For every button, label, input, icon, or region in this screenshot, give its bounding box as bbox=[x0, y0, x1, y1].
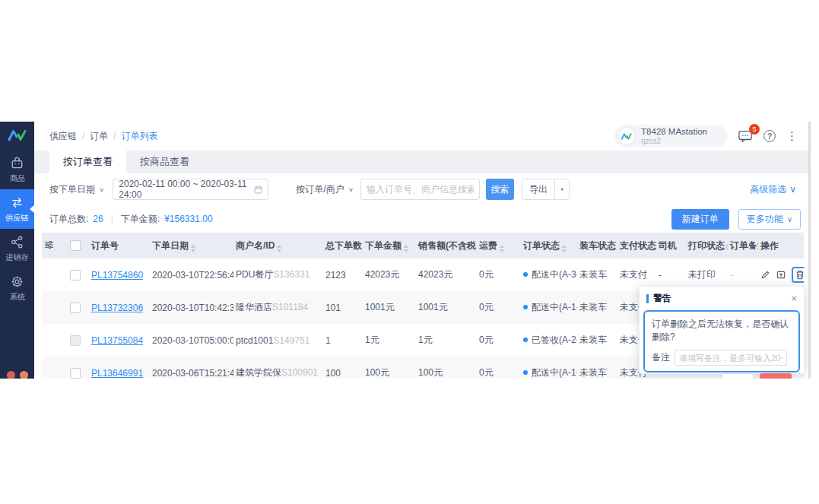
col-order-no: 订单号 bbox=[89, 233, 150, 258]
copy-order-button[interactable] bbox=[776, 270, 786, 280]
more-menu-button[interactable]: ⋮ bbox=[786, 129, 798, 143]
sort-icon[interactable] bbox=[404, 245, 408, 252]
select-all-checkbox[interactable] bbox=[70, 240, 81, 251]
sidebar-item-inventory[interactable]: 进销存 bbox=[0, 229, 34, 268]
order-link[interactable]: PL13754860 bbox=[91, 270, 143, 281]
dialog-body: 订单删除之后无法恢复，是否确认删除? 备注 取消 删除 bbox=[643, 310, 800, 372]
chevron-down-icon: ∨ bbox=[348, 186, 354, 193]
sort-icon[interactable] bbox=[500, 245, 504, 252]
col-freight[interactable]: 运费 bbox=[477, 233, 521, 258]
order-status-cell: 配送中(A-1-1) bbox=[521, 357, 577, 379]
col-sales-amount[interactable]: 销售额(不含税、运) bbox=[416, 233, 477, 258]
export-button[interactable]: 导出 bbox=[522, 179, 554, 199]
col-order-status[interactable]: 订单状态 bbox=[521, 233, 577, 258]
sort-icon[interactable] bbox=[562, 245, 567, 252]
scrollbar[interactable] bbox=[808, 122, 811, 379]
total-count-label: 订单总数: bbox=[49, 213, 88, 226]
sidebar-item-goods[interactable]: 商品 bbox=[0, 150, 34, 189]
col-label: 商户名/ID bbox=[236, 240, 275, 251]
col-label: 订单状态 bbox=[523, 240, 560, 251]
delete-focus-ring bbox=[792, 267, 804, 283]
exchange-arrows-icon bbox=[10, 195, 24, 210]
brand-logo bbox=[0, 122, 34, 142]
breadcrumb-item[interactable]: 供应链 bbox=[49, 130, 77, 143]
search-input[interactable] bbox=[367, 184, 474, 195]
order-link[interactable]: PL13646991 bbox=[91, 368, 143, 379]
dialog-title: 警告 bbox=[653, 292, 791, 305]
row-spacer bbox=[42, 324, 68, 357]
select-all-header bbox=[68, 233, 89, 258]
date-type-select[interactable]: 按下单日期 ∨ bbox=[49, 183, 104, 196]
amount-value: ¥156331.00 bbox=[164, 214, 212, 224]
breadcrumb-current: 订单列表 bbox=[122, 130, 158, 143]
more-functions-button[interactable]: 更多功能 ∨ bbox=[738, 209, 801, 230]
delete-order-button[interactable] bbox=[795, 270, 804, 280]
load-status-cell: 未装车 bbox=[577, 357, 617, 379]
row-checkbox[interactable] bbox=[70, 303, 81, 313]
col-merchant[interactable]: 商户名/ID bbox=[233, 233, 323, 258]
row-select-cell bbox=[68, 258, 89, 291]
close-icon[interactable]: × bbox=[791, 293, 797, 303]
sort-icon[interactable] bbox=[277, 245, 281, 252]
row-checkbox[interactable] bbox=[70, 368, 81, 379]
user-menu[interactable]: T8428 MAstation qzcs2 bbox=[614, 125, 727, 147]
table-header-row: 订单号 下单日期 商户名/ID 总下单数 下单金额 销售额(不含税、运) 运费 … bbox=[42, 233, 804, 258]
sidebar: 商品 供应链 进销存 bbox=[0, 122, 34, 379]
date-range-value: 2020-02-11 00:00 ~ 2020-03-11 24:00 bbox=[119, 179, 254, 200]
total-count-cell: 1 bbox=[323, 324, 363, 357]
sidebar-item-supply-chain[interactable]: 供应链 bbox=[0, 189, 34, 229]
row-checkbox[interactable] bbox=[70, 270, 81, 281]
order-status-cell: 已签收(A-2-1) bbox=[521, 324, 577, 357]
search-type-select[interactable]: 按订单/商户 ∨ bbox=[296, 183, 354, 196]
filter-sliders-icon[interactable] bbox=[44, 240, 54, 249]
note-label: 备注 bbox=[652, 351, 670, 364]
calendar-icon bbox=[254, 185, 262, 195]
messages-button[interactable]: 5 bbox=[738, 129, 753, 143]
tab-by-product[interactable]: 按商品查看 bbox=[126, 151, 203, 173]
export-dropdown-button[interactable]: ▼ bbox=[554, 179, 569, 199]
help-button[interactable]: ? bbox=[763, 130, 776, 142]
sidebar-item-system[interactable]: 系统 bbox=[0, 268, 34, 308]
summary-actions: 新建订单 更多功能 ∨ bbox=[671, 209, 801, 230]
row-spacer bbox=[42, 357, 68, 379]
row-select-cell bbox=[68, 291, 89, 324]
cancel-button[interactable]: 取消 bbox=[722, 373, 754, 379]
order-summary: 订单总数: 26 | 下单金额: ¥156331.00 bbox=[49, 213, 213, 226]
load-status-cell: 未装车 bbox=[577, 291, 617, 324]
order-link[interactable]: PL13755084 bbox=[91, 335, 143, 346]
summary-bar: 订单总数: 26 | 下单金额: ¥156331.00 新建订单 更多功能 ∨ bbox=[34, 205, 808, 233]
merchant-id: S101184 bbox=[272, 302, 308, 312]
col-order-date[interactable]: 下单日期 bbox=[150, 233, 233, 258]
row-select-cell bbox=[68, 324, 89, 357]
search-button[interactable]: 搜索 bbox=[486, 179, 514, 200]
col-order-amount[interactable]: 下单金额 bbox=[363, 233, 416, 258]
sidebar-footer-avatar bbox=[7, 371, 28, 379]
status-dot-icon bbox=[523, 305, 528, 309]
help-circle-icon[interactable]: ? bbox=[726, 242, 728, 252]
screenshot-canvas: 商品 供应链 进销存 bbox=[0, 0, 819, 504]
date-range-input[interactable]: 2020-02-11 00:00 ~ 2020-03-11 24:00 bbox=[113, 179, 268, 200]
confirm-delete-button[interactable]: 删除 bbox=[760, 373, 792, 379]
caret-down-icon: ▼ bbox=[560, 187, 563, 192]
sidebar-item-label: 商品 bbox=[9, 173, 24, 183]
date-type-label: 按下单日期 bbox=[49, 183, 95, 196]
order-amount-cell: 42023元 bbox=[363, 258, 416, 291]
order-amount-cell: 1001元 bbox=[363, 291, 416, 324]
order-link[interactable]: PL13732306 bbox=[91, 303, 143, 313]
advanced-filter-toggle[interactable]: 高级筛选 ∨ bbox=[750, 183, 796, 196]
col-label: 打印状态 bbox=[688, 240, 725, 251]
sort-icon[interactable] bbox=[191, 245, 195, 252]
tab-by-order[interactable]: 按订单查看 bbox=[49, 151, 126, 173]
order-date-cell: 2020-03-10T10:42:36 bbox=[150, 291, 233, 324]
load-status-cell: 未装车 bbox=[577, 324, 617, 357]
new-order-button[interactable]: 新建订单 bbox=[671, 209, 729, 230]
col-order-remark: 订单备注 bbox=[728, 233, 758, 258]
status-dot-icon bbox=[523, 338, 528, 342]
status-text: 配送中(A-1-1) bbox=[532, 302, 577, 312]
more-functions-label: 更多功能 bbox=[747, 213, 783, 226]
order-date-cell: 2020-03-10T05:00:00 bbox=[150, 324, 233, 357]
edit-order-button[interactable] bbox=[760, 270, 770, 280]
note-input[interactable] bbox=[675, 350, 787, 366]
breadcrumb-item[interactable]: 订单 bbox=[90, 130, 108, 143]
avatar bbox=[617, 127, 636, 145]
